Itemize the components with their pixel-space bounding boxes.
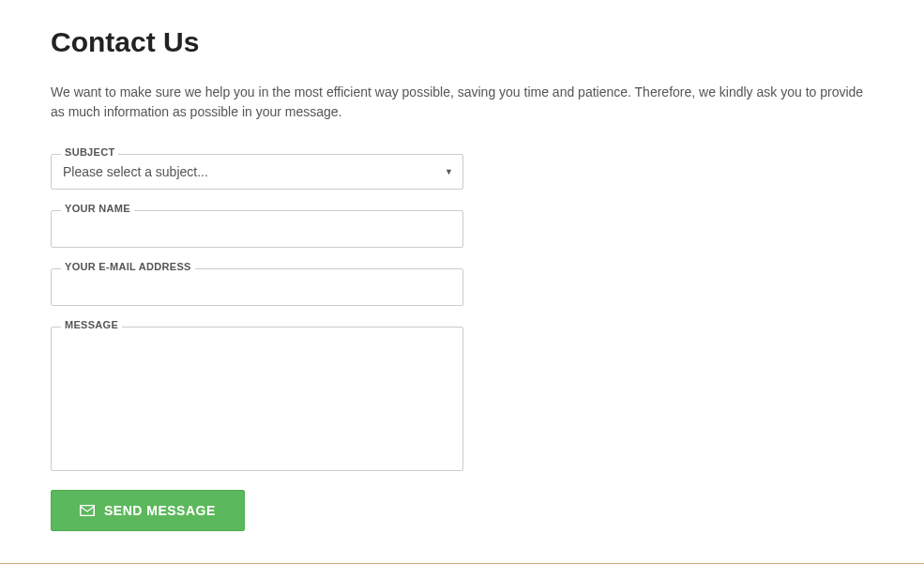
page-title: Contact Us: [51, 26, 873, 58]
name-label: YOUR NAME: [61, 203, 134, 214]
email-field-wrap: YOUR E-MAIL ADDRESS: [51, 268, 463, 306]
send-button-label: SEND MESSAGE: [104, 503, 216, 518]
email-label: YOUR E-MAIL ADDRESS: [61, 261, 195, 272]
message-field-wrap: MESSAGE: [51, 327, 463, 471]
name-field-wrap: YOUR NAME: [51, 210, 463, 248]
email-input[interactable]: [52, 269, 462, 305]
message-textarea[interactable]: [52, 328, 462, 470]
contact-form: SUBJECT Please select a subject... ▼ YOU…: [51, 154, 463, 531]
subject-label: SUBJECT: [61, 146, 118, 158]
content-container: Contact Us We want to make sure we help …: [0, 0, 924, 531]
intro-text: We want to make sure we help you in the …: [51, 83, 873, 122]
name-input[interactable]: [52, 211, 462, 247]
subject-field-wrap: SUBJECT Please select a subject... ▼: [51, 154, 463, 190]
subject-select[interactable]: Please select a subject...: [52, 155, 462, 189]
envelope-icon: [80, 505, 95, 516]
message-label: MESSAGE: [61, 319, 122, 330]
send-message-button[interactable]: SEND MESSAGE: [51, 490, 245, 531]
